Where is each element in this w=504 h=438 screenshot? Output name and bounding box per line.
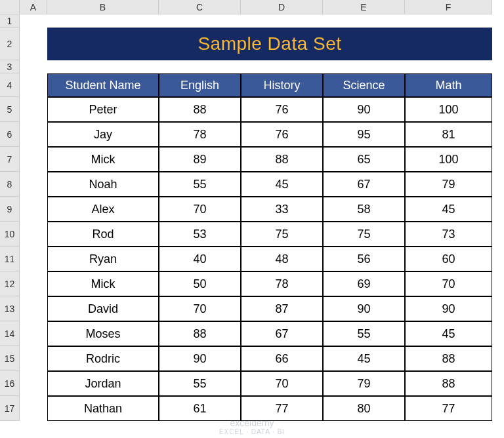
header-english[interactable]: English [159,73,241,97]
select-all-corner[interactable] [0,0,20,14]
row-header-2[interactable]: 2 [0,28,20,60]
cell-r6-c0[interactable]: Jay [47,122,159,147]
cell-r8-c1[interactable]: 55 [159,172,241,197]
row-header-16[interactable]: 16 [0,371,20,396]
cell-r9-c1[interactable]: 70 [159,197,241,222]
cell-r17-c2[interactable]: 77 [241,396,323,421]
cell-r6-c4[interactable]: 81 [405,122,492,147]
cell-r10-c0[interactable]: Rod [47,222,159,247]
cell-r9-c2[interactable]: 33 [241,197,323,222]
cell-r8-c2[interactable]: 45 [241,172,323,197]
cell-r6-c3[interactable]: 95 [323,122,405,147]
cell-r16-c4[interactable]: 88 [405,371,492,396]
cell-r16-c0[interactable]: Jordan [47,371,159,396]
col-header-C[interactable]: C [159,0,241,14]
cell-r6-c1[interactable]: 78 [159,122,241,147]
row-header-13[interactable]: 13 [0,296,20,321]
cell-r13-c4[interactable]: 90 [405,296,492,321]
cell-r13-c0[interactable]: David [47,296,159,321]
row-header-8[interactable]: 8 [0,172,20,197]
title-cell[interactable]: Sample Data Set [47,28,492,60]
cell-r17-c3[interactable]: 80 [323,396,405,421]
cell-r5-c0[interactable]: Peter [47,97,159,122]
cell-r11-c3[interactable]: 56 [323,247,405,271]
watermark-tag: EXCEL · DATA · BI [219,428,285,435]
col-header-F[interactable]: F [405,0,492,14]
col-header-E[interactable]: E [323,0,405,14]
cell-r7-c0[interactable]: Mick [47,147,159,172]
cell-r14-c4[interactable]: 45 [405,321,492,346]
cell-r11-c1[interactable]: 40 [159,247,241,271]
row-header-6[interactable]: 6 [0,122,20,147]
col-header-B[interactable]: B [47,0,159,14]
col-header-D[interactable]: D [241,0,323,14]
row-header-15[interactable]: 15 [0,346,20,371]
cell-r16-c2[interactable]: 70 [241,371,323,396]
cell-r10-c4[interactable]: 73 [405,222,492,247]
cell-r12-c2[interactable]: 78 [241,271,323,296]
cell-r9-c3[interactable]: 58 [323,197,405,222]
row-header-1[interactable]: 1 [0,14,20,28]
cell-r9-c0[interactable]: Alex [47,197,159,222]
cell-r12-c1[interactable]: 50 [159,271,241,296]
cell-r14-c3[interactable]: 55 [323,321,405,346]
cell-r15-c1[interactable]: 90 [159,346,241,371]
cell-r13-c2[interactable]: 87 [241,296,323,321]
cell-r9-c4[interactable]: 45 [405,197,492,222]
row-header-4[interactable]: 4 [0,73,20,97]
cell-r5-c4[interactable]: 100 [405,97,492,122]
header-math[interactable]: Math [405,73,492,97]
cell-r8-c3[interactable]: 67 [323,172,405,197]
cell-r12-c3[interactable]: 69 [323,271,405,296]
cell-r7-c4[interactable]: 100 [405,147,492,172]
cell-r8-c4[interactable]: 79 [405,172,492,197]
row-header-14[interactable]: 14 [0,321,20,346]
header-history[interactable]: History [241,73,323,97]
cell-r14-c1[interactable]: 88 [159,321,241,346]
cell-r12-c4[interactable]: 70 [405,271,492,296]
cell-r5-c2[interactable]: 76 [241,97,323,122]
cell-r7-c1[interactable]: 89 [159,147,241,172]
cell-r13-c1[interactable]: 70 [159,296,241,321]
cell-r16-c1[interactable]: 55 [159,371,241,396]
row-header-5[interactable]: 5 [0,97,20,122]
cell-r15-c2[interactable]: 66 [241,346,323,371]
row-header-10[interactable]: 10 [0,222,20,247]
row-header-11[interactable]: 11 [0,247,20,271]
cell-r8-c0[interactable]: Noah [47,172,159,197]
cell-r11-c4[interactable]: 60 [405,247,492,271]
row-header-7[interactable]: 7 [0,147,20,172]
header-student-name[interactable]: Student Name [47,73,159,97]
cell-r12-c0[interactable]: Mick [47,271,159,296]
row-header-17[interactable]: 17 [0,396,20,421]
cell-r15-c3[interactable]: 45 [323,346,405,371]
cell-r17-c0[interactable]: Nathan [47,396,159,421]
cell-r11-c2[interactable]: 48 [241,247,323,271]
cell-r11-c0[interactable]: Ryan [47,247,159,271]
cell-r14-c0[interactable]: Moses [47,321,159,346]
cell-r16-c3[interactable]: 79 [323,371,405,396]
cell-r10-c3[interactable]: 75 [323,222,405,247]
cell-r10-c1[interactable]: 53 [159,222,241,247]
col-header-A[interactable]: A [20,0,47,14]
cell-r17-c1[interactable]: 61 [159,396,241,421]
row-header-12[interactable]: 12 [0,271,20,296]
spreadsheet: { "columns": ["A","B","C","D","E","F"], … [0,0,504,438]
cell-r6-c2[interactable]: 76 [241,122,323,147]
cell-r5-c3[interactable]: 90 [323,97,405,122]
cell-r5-c1[interactable]: 88 [159,97,241,122]
cell-r17-c4[interactable]: 77 [405,396,492,421]
row-header-9[interactable]: 9 [0,197,20,222]
cell-r7-c3[interactable]: 65 [323,147,405,172]
cell-r15-c4[interactable]: 88 [405,346,492,371]
cell-r13-c3[interactable]: 90 [323,296,405,321]
cell-r15-c0[interactable]: Rodric [47,346,159,371]
cell-r7-c2[interactable]: 88 [241,147,323,172]
cell-r14-c2[interactable]: 67 [241,321,323,346]
header-science[interactable]: Science [323,73,405,97]
cell-r10-c2[interactable]: 75 [241,222,323,247]
row-header-3[interactable]: 3 [0,60,20,73]
